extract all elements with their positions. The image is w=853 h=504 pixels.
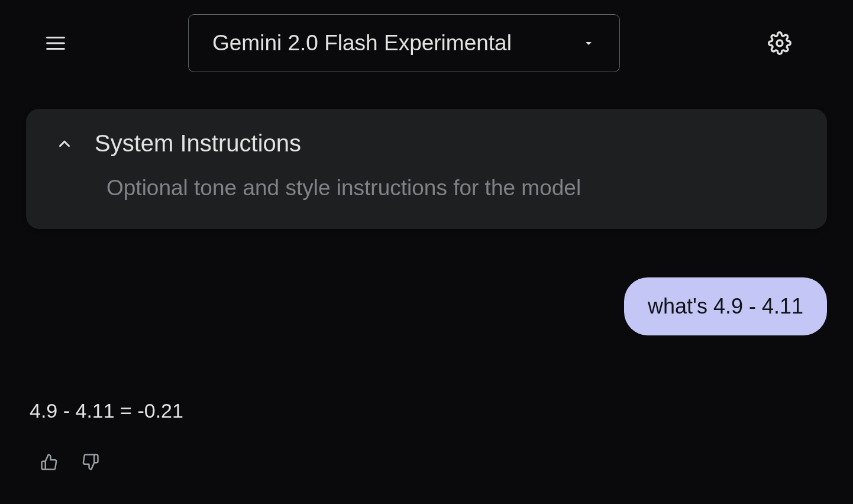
hamburger-menu-button[interactable] [38,25,73,61]
content-area: System Instructions Optional tone and st… [0,77,853,229]
caret-down-icon [581,36,596,50]
thumbs-down-button[interactable] [79,451,102,473]
top-header: Gemini 2.0 Flash Experimental [0,0,853,77]
thumbs-up-button[interactable] [38,451,60,473]
system-instructions-card: System Instructions Optional tone and st… [26,109,827,229]
assistant-message-row: 4.9 - 4.11 = -0.21 [26,399,827,473]
feedback-row [38,451,827,473]
thumbs-up-icon [40,453,58,471]
thumbs-down-icon [82,453,99,471]
model-selector-label: Gemini 2.0 Flash Experimental [212,31,512,56]
settings-button[interactable] [762,25,797,61]
assistant-message-text: 4.9 - 4.11 = -0.21 [30,399,827,422]
system-instructions-placeholder[interactable]: Optional tone and style instructions for… [106,173,797,203]
menu-icon [44,32,67,54]
system-instructions-toggle[interactable]: System Instructions [56,130,797,157]
chat-area: what's 4.9 - 4.11 4.9 - 4.11 = -0.21 [0,277,853,473]
model-selector[interactable]: Gemini 2.0 Flash Experimental [188,14,620,72]
gear-icon [768,31,791,55]
chevron-up-icon [56,135,73,153]
user-message-row: what's 4.9 - 4.11 [26,277,827,335]
svg-point-3 [777,40,783,46]
system-instructions-title: System Instructions [95,130,301,157]
user-message-bubble: what's 4.9 - 4.11 [624,277,827,335]
